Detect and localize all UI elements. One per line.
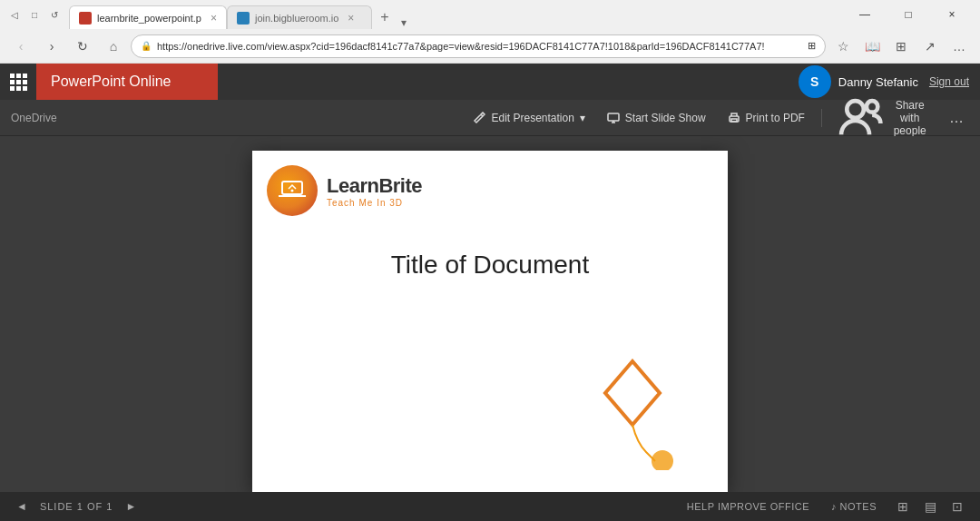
window-controls-right: — □ × xyxy=(844,0,973,29)
svg-point-11 xyxy=(652,450,673,470)
skype-button[interactable]: S xyxy=(799,65,831,98)
slideshow-icon xyxy=(607,112,620,124)
svg-marker-10 xyxy=(605,361,660,425)
forward-button[interactable]: › xyxy=(38,34,65,59)
bottom-actions: HELP IMPROVE OFFICE ♪ NOTES ⊞ ▤ ⊡ xyxy=(680,495,969,518)
refresh-system-btn[interactable]: ↺ xyxy=(47,7,62,22)
print-icon xyxy=(728,112,740,124)
help-improve-button[interactable]: HELP IMPROVE OFFICE xyxy=(680,499,817,514)
logo-name: LearnBrite xyxy=(327,174,422,198)
logo-laptop-icon xyxy=(277,178,308,203)
edit-presentation-button[interactable]: Edit Presentation ▾ xyxy=(464,105,593,131)
sign-out-button[interactable]: Sign out xyxy=(929,75,969,88)
svg-rect-7 xyxy=(282,182,302,194)
svg-point-9 xyxy=(291,190,294,192)
bottom-icons: ⊞ ▤ ⊡ xyxy=(891,495,969,518)
toolbar-separator xyxy=(821,109,822,127)
user-name: Danny Stefanic xyxy=(838,75,918,89)
edit-dropdown-icon: ▾ xyxy=(580,112,585,124)
waffle-icon xyxy=(10,74,27,91)
svg-rect-4 xyxy=(731,119,737,122)
slide-title: Title of Document xyxy=(252,251,728,280)
close-button[interactable]: × xyxy=(931,0,973,29)
edit-icon xyxy=(473,112,485,124)
more-nav-button[interactable]: … xyxy=(946,34,973,59)
slide-show-label: Start Slide Show xyxy=(625,112,706,124)
tab-dropdown-button[interactable]: ▾ xyxy=(397,16,410,29)
address-expand-icon: ⊞ xyxy=(808,40,816,52)
refresh-button[interactable]: ↻ xyxy=(69,34,96,59)
active-tab-label: learnbrite_powerpoint.p xyxy=(97,13,201,24)
svg-point-6 xyxy=(867,101,877,112)
back-system-btn[interactable]: ◁ xyxy=(7,7,22,22)
hub-button[interactable]: ⊞ xyxy=(887,34,915,59)
new-tab-button[interactable]: + xyxy=(372,5,397,29)
main-content: LearnBrite Teach Me In 3D Title of Docum… xyxy=(0,136,980,492)
toolbar: OneDrive Edit Presentation ▾ Start Slide… xyxy=(0,100,980,136)
view-slide-sorter-button[interactable]: ▤ xyxy=(918,495,942,518)
share-nav-button[interactable]: ↗ xyxy=(916,34,944,59)
bottom-bar: ◄ SLIDE 1 OF 1 ► HELP IMPROVE OFFICE ♪ N… xyxy=(0,492,980,521)
onedrive-link[interactable]: OneDrive xyxy=(11,112,57,124)
browser-frame: ◁ □ ↺ learnbrite_powerpoint.p × join.big… xyxy=(0,0,980,521)
address-lock-icon: 🔒 xyxy=(141,41,152,51)
active-tab[interactable]: learnbrite_powerpoint.p × xyxy=(69,5,227,29)
share-people-icon xyxy=(838,95,884,141)
reading-list-button[interactable]: 📖 xyxy=(858,34,886,59)
maximize-button[interactable]: □ xyxy=(887,0,929,29)
nav-actions: ☆ 📖 ⊞ ↗ … xyxy=(829,34,973,59)
app-title-bar: PowerPoint Online xyxy=(36,64,218,100)
nav-bar: ‹ › ↻ ⌂ 🔒 https://onedrive.live.com/view… xyxy=(0,29,980,64)
address-bar[interactable]: 🔒 https://onedrive.live.com/view.aspx?ci… xyxy=(131,34,826,58)
kite-decoration xyxy=(583,343,691,474)
print-label: Print to PDF xyxy=(746,112,805,124)
share-label: Share with people xyxy=(888,99,931,137)
svg-point-5 xyxy=(847,101,864,118)
app-title: PowerPoint Online xyxy=(51,74,172,90)
slide-logo-area: LearnBrite Teach Me In 3D xyxy=(267,165,422,216)
app-bar: PowerPoint Online S Danny Stefanic Sign … xyxy=(0,64,980,100)
logo-circle xyxy=(267,165,318,216)
address-text: https://onedrive.live.com/view.aspx?cid=… xyxy=(157,41,802,52)
edit-presentation-label: Edit Presentation xyxy=(491,112,573,124)
slide-indicator: SLIDE 1 OF 1 xyxy=(40,501,113,512)
favorites-button[interactable]: ☆ xyxy=(829,34,857,59)
kite-svg xyxy=(583,343,691,470)
view-normal-button[interactable]: ⊞ xyxy=(891,495,915,518)
next-slide-button[interactable]: ► xyxy=(120,498,142,515)
active-tab-close[interactable]: × xyxy=(211,12,217,25)
prev-slide-button[interactable]: ◄ xyxy=(11,498,33,515)
back-button[interactable]: ‹ xyxy=(7,34,34,59)
minimize-button[interactable]: — xyxy=(844,0,886,29)
title-bar: ◁ □ ↺ learnbrite_powerpoint.p × join.big… xyxy=(0,0,980,29)
tab-favicon-blue xyxy=(237,12,250,25)
notes-button[interactable]: ♪ NOTES xyxy=(824,499,884,514)
slide-navigation: ◄ SLIDE 1 OF 1 ► xyxy=(11,498,142,515)
tab-favicon-powerpoint xyxy=(79,12,92,25)
home-button[interactable]: ⌂ xyxy=(100,34,127,59)
window-controls-left: ◁ □ ↺ xyxy=(7,7,62,22)
svg-rect-0 xyxy=(608,113,619,121)
view-fullscreen-button[interactable]: ⊡ xyxy=(946,495,969,518)
share-button[interactable]: Share with people xyxy=(829,105,940,131)
forward-system-btn[interactable]: □ xyxy=(27,7,42,22)
inactive-tab-label: join.bigblueroom.io xyxy=(255,13,338,24)
inactive-tab[interactable]: join.bigblueroom.io × xyxy=(227,5,372,29)
slide-show-button[interactable]: Start Slide Show xyxy=(598,105,715,131)
print-button[interactable]: Print to PDF xyxy=(719,105,814,131)
logo-text: LearnBrite Teach Me In 3D xyxy=(327,174,422,208)
waffle-menu-button[interactable] xyxy=(0,64,36,100)
inactive-tab-close[interactable]: × xyxy=(348,12,354,25)
tab-bar: learnbrite_powerpoint.p × join.bigbluero… xyxy=(69,0,837,29)
slide-container: LearnBrite Teach Me In 3D Title of Docum… xyxy=(252,151,728,492)
logo-tagline: Teach Me In 3D xyxy=(327,198,422,208)
more-button[interactable]: … xyxy=(944,105,969,131)
